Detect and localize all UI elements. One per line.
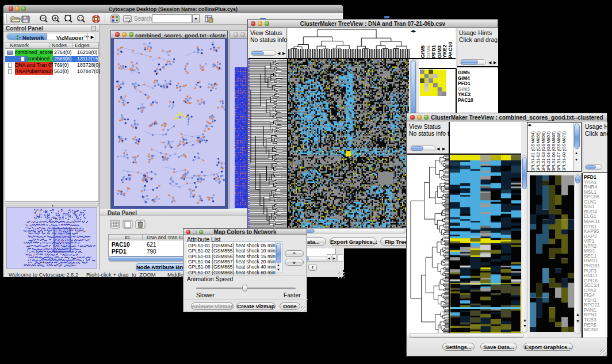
svg-text:1:1: 1:1 xyxy=(78,17,83,20)
